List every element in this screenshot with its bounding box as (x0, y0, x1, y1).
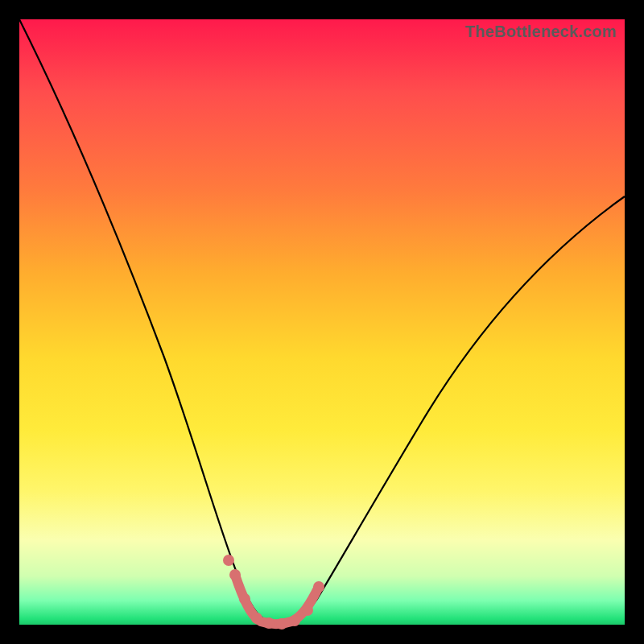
marker-dot (289, 615, 300, 626)
marker-dot (276, 618, 287, 630)
plot-area: TheBottleneck.com (19, 19, 625, 625)
marker-dot (263, 617, 275, 629)
marker-dot (239, 593, 250, 605)
marker-dot (251, 613, 262, 624)
marker-dot (302, 605, 313, 616)
marker-dot (223, 555, 234, 566)
chart-svg (19, 19, 625, 625)
curve-group (19, 19, 625, 623)
marker-dot (229, 569, 241, 580)
bottleneck-curve (19, 19, 625, 623)
marker-group (223, 555, 324, 630)
marker-dot (313, 581, 324, 592)
